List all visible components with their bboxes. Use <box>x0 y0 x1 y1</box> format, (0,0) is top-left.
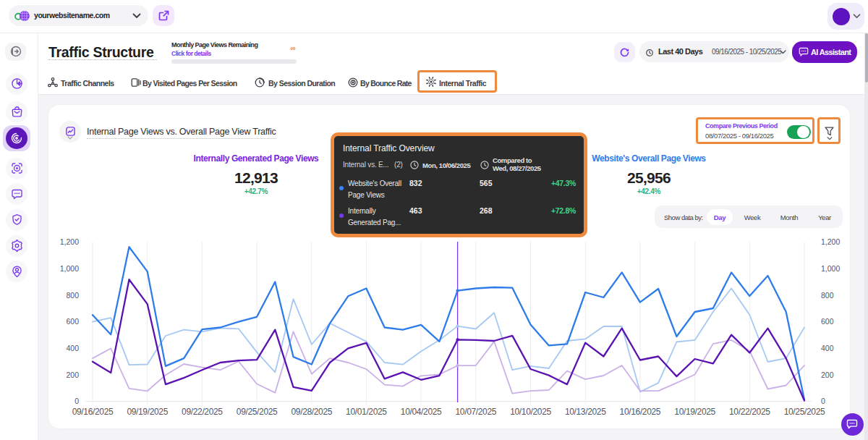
svg-text:10/10/2025: 10/10/2025 <box>510 407 551 417</box>
svg-text:09/28/2025: 09/28/2025 <box>292 407 333 417</box>
svg-text:09/16/2025: 09/16/2025 <box>72 407 114 417</box>
svg-text:600: 600 <box>66 317 79 326</box>
svg-text:800: 800 <box>66 291 79 300</box>
svg-text:10/01/2025: 10/01/2025 <box>346 407 387 417</box>
svg-text:200: 200 <box>66 371 79 379</box>
svg-text:400: 400 <box>66 344 79 352</box>
svg-text:1,000: 1,000 <box>821 264 840 273</box>
svg-text:200: 200 <box>821 371 834 379</box>
svg-text:09/22/2025: 09/22/2025 <box>182 407 223 417</box>
svg-text:600: 600 <box>821 317 834 326</box>
svg-text:10/16/2025: 10/16/2025 <box>620 407 661 417</box>
svg-text:10/19/2025: 10/19/2025 <box>674 407 715 417</box>
svg-text:1,200: 1,200 <box>821 237 840 246</box>
svg-text:09/25/2025: 09/25/2025 <box>237 407 278 417</box>
svg-text:09/19/2025: 09/19/2025 <box>127 407 168 417</box>
svg-text:10/04/2025: 10/04/2025 <box>401 407 442 417</box>
svg-text:0: 0 <box>75 397 79 405</box>
svg-text:0: 0 <box>821 397 825 405</box>
svg-text:10/07/2025: 10/07/2025 <box>456 407 497 417</box>
svg-text:10/13/2025: 10/13/2025 <box>565 407 606 417</box>
svg-text:1,000: 1,000 <box>60 264 79 273</box>
svg-text:1,200: 1,200 <box>60 237 79 246</box>
svg-text:10/25/2025: 10/25/2025 <box>784 407 825 417</box>
svg-text:10/22/2025: 10/22/2025 <box>729 407 770 417</box>
svg-text:400: 400 <box>821 344 834 352</box>
svg-text:800: 800 <box>821 291 834 300</box>
